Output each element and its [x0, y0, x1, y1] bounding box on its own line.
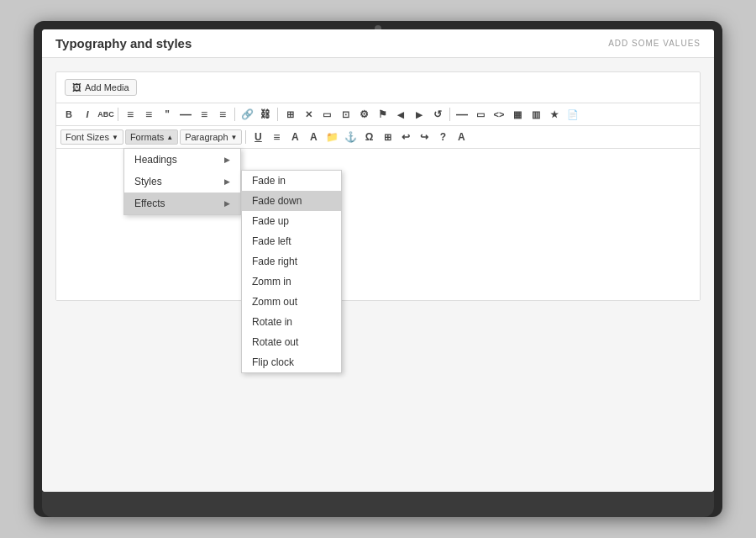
add-media-bar: 🖼 Add Media	[56, 72, 700, 103]
omega-button[interactable]: Ω	[360, 129, 377, 145]
styles-label: Styles	[134, 176, 162, 187]
anchor-button[interactable]: ⚓	[342, 129, 359, 145]
formats-label: Formats	[130, 132, 164, 142]
underline-button[interactable]: U	[249, 129, 266, 145]
align-left-button[interactable]: ≡	[196, 106, 213, 123]
next-button[interactable]: ▶	[411, 106, 428, 123]
italic-button[interactable]: I	[79, 106, 96, 123]
formats-arrow: ▲	[166, 134, 173, 141]
unordered-list-button[interactable]: ≡	[122, 106, 139, 123]
doc-button[interactable]: 📄	[564, 106, 581, 123]
page-title: Typography and styles	[55, 36, 192, 50]
justify-button[interactable]: ≡	[268, 129, 285, 145]
flag-button[interactable]: ⚑	[374, 106, 391, 123]
effect-rotate-in[interactable]: Rotate in	[242, 312, 341, 332]
menu-item-styles[interactable]: Styles ▶	[124, 171, 240, 193]
rotate-out-label: Rotate out	[252, 336, 298, 348]
link-button[interactable]: 🔗	[239, 106, 255, 123]
paragraph-dropdown[interactable]: Paragraph ▼	[180, 129, 242, 145]
effect-zomm-out[interactable]: Zomm out	[242, 292, 341, 312]
fade-left-label: Fade left	[252, 235, 291, 247]
effect-fade-down[interactable]: Fade down	[242, 191, 341, 211]
bold-button[interactable]: B	[60, 106, 77, 123]
effect-zomm-in[interactable]: Zomm in	[242, 272, 341, 292]
zomm-in-label: Zomm in	[252, 276, 291, 287]
hr2-button[interactable]: —	[454, 106, 470, 123]
add-media-label: Add Media	[85, 82, 129, 92]
monitor-screen: Typography and styles ADD SOME VALUES 🖼 …	[42, 29, 714, 492]
separator3	[277, 108, 278, 121]
styles-arrow: ▶	[224, 177, 230, 186]
effects-arrow: ▶	[224, 199, 230, 208]
editor-area: 🖼 Add Media B I ABC ≡ ≡ " — ≡	[42, 58, 714, 492]
settings-button[interactable]: ⚙	[355, 106, 372, 123]
fade-in-label: Fade in	[252, 175, 286, 187]
monitor: Typography and styles ADD SOME VALUES 🖼 …	[34, 21, 722, 517]
grid1-button[interactable]: ▦	[509, 106, 526, 123]
formats-dropdown-button[interactable]: Formats ▲	[125, 129, 178, 145]
paragraph-label: Paragraph	[185, 132, 228, 142]
font-sizes-label: Font Sizes	[66, 132, 109, 142]
add-media-button[interactable]: 🖼 Add Media	[65, 79, 137, 96]
font-color3-button[interactable]: A	[453, 129, 470, 145]
delete-table-button[interactable]: ✕	[300, 106, 317, 123]
insert-row-button[interactable]: ▭	[318, 106, 335, 123]
headings-label: Headings	[134, 154, 177, 166]
fade-right-label: Fade right	[252, 256, 297, 267]
blockquote-button[interactable]: "	[159, 106, 176, 123]
ordered-list-button[interactable]: ≡	[140, 106, 157, 123]
effects-submenu: Fade in Fade down Fade up Fade left	[241, 170, 342, 373]
font-color-button[interactable]: A	[286, 129, 303, 145]
toolbar-row1: B I ABC ≡ ≡ " — ≡ ≡ 🔗 ⛓ ⊞	[56, 103, 700, 126]
undo2-button[interactable]: ↩	[397, 129, 414, 145]
font-sizes-dropdown[interactable]: Font Sizes ▼	[60, 129, 123, 145]
code-button[interactable]: <>	[491, 106, 507, 123]
star-button[interactable]: ★	[546, 106, 563, 123]
undo-button[interactable]: ↺	[429, 106, 446, 123]
menu-item-headings[interactable]: Headings ▶	[124, 149, 240, 171]
strikethrough-button[interactable]: ABC	[97, 106, 114, 123]
table2-button[interactable]: ⊞	[379, 129, 396, 145]
add-values-label: ADD SOME VALUES	[608, 39, 701, 48]
separator5	[245, 130, 246, 144]
special-char-button[interactable]: ⊡	[337, 106, 354, 123]
font-sizes-arrow: ▼	[112, 134, 118, 141]
zomm-out-label: Zomm out	[252, 296, 297, 308]
rotate-in-label: Rotate in	[252, 316, 292, 328]
effects-label: Effects	[134, 198, 165, 209]
folder-button[interactable]: 📁	[323, 129, 340, 145]
paragraph-arrow: ▼	[231, 134, 238, 141]
fade-down-label: Fade down	[252, 195, 302, 207]
separator1	[118, 108, 118, 121]
effect-rotate-out[interactable]: Rotate out	[242, 332, 341, 352]
effect-fade-right[interactable]: Fade right	[242, 251, 341, 272]
monitor-bezel-bottom	[42, 492, 714, 517]
rect-button[interactable]: ▭	[472, 106, 489, 123]
editor-box: 🖼 Add Media B I ABC ≡ ≡ " — ≡	[55, 71, 701, 301]
unlink-button[interactable]: ⛓	[257, 106, 274, 123]
flip-clock-label: Flip clock	[252, 356, 294, 368]
top-bar: Typography and styles ADD SOME VALUES	[42, 29, 714, 58]
table-button[interactable]: ⊞	[281, 106, 298, 123]
effect-fade-up[interactable]: Fade up	[242, 211, 341, 231]
menu-item-effects[interactable]: Effects ▶	[124, 193, 240, 214]
help-button[interactable]: ?	[434, 129, 451, 145]
screen-content: Typography and styles ADD SOME VALUES 🖼 …	[42, 29, 714, 492]
effect-flip-clock[interactable]: Flip clock	[242, 352, 341, 372]
formats-dropdown-menu: Headings ▶ Styles ▶ Effects ▶	[123, 148, 241, 215]
toolbar-row2: Font Sizes ▼ Formats ▲ Paragraph ▼ U	[56, 126, 700, 149]
effect-fade-left[interactable]: Fade left	[242, 231, 341, 251]
headings-arrow: ▶	[224, 156, 230, 164]
image-icon: 🖼	[72, 82, 81, 92]
fade-up-label: Fade up	[252, 215, 289, 227]
hr-button[interactable]: —	[177, 106, 194, 123]
prev-button[interactable]: ◀	[392, 106, 409, 123]
separator4	[449, 108, 450, 121]
effect-fade-in[interactable]: Fade in	[242, 171, 341, 191]
separator2	[234, 108, 235, 121]
redo2-button[interactable]: ↪	[416, 129, 433, 145]
grid2-button[interactable]: ▥	[528, 106, 544, 123]
align-center-button[interactable]: ≡	[214, 106, 231, 123]
font-color2-button[interactable]: A	[305, 129, 322, 145]
